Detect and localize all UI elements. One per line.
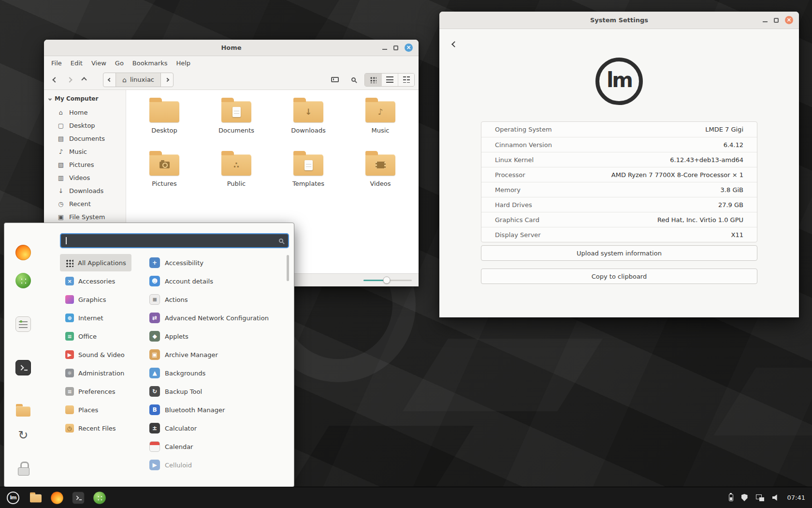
list-view-button[interactable] bbox=[381, 74, 398, 86]
breadcrumb-next-button[interactable] bbox=[161, 73, 173, 87]
folder-documents[interactable]: Documents bbox=[208, 97, 265, 134]
category-all-applications[interactable]: All Applications bbox=[60, 254, 131, 271]
menu-view[interactable]: View bbox=[87, 58, 111, 68]
applets-icon: ◆ bbox=[149, 331, 160, 342]
category-internet[interactable]: ⊕Internet bbox=[60, 309, 109, 327]
titlebar[interactable]: System Settings bbox=[439, 12, 799, 29]
firefox-launcher[interactable] bbox=[49, 490, 65, 506]
close-button[interactable] bbox=[785, 16, 793, 24]
category-accessories[interactable]: ×Accessories bbox=[60, 272, 120, 290]
info-label: Linux Kernel bbox=[495, 156, 534, 164]
menu-file[interactable]: File bbox=[47, 58, 66, 68]
folder-icon: ∴ bbox=[221, 154, 251, 176]
sidebar-item-music[interactable]: ♪Music bbox=[44, 145, 126, 158]
app-advanced-network-configuration[interactable]: ⇄Advanced Network Configuration bbox=[149, 309, 284, 327]
system-settings-icon[interactable] bbox=[15, 316, 31, 332]
sidebar-item-pictures[interactable]: ▧Pictures bbox=[44, 158, 126, 171]
breadcrumb-prev-button[interactable] bbox=[103, 73, 116, 87]
template-emblem bbox=[304, 160, 313, 170]
folder-templates[interactable]: Templates bbox=[280, 150, 337, 187]
sidebar-item-label: Pictures bbox=[69, 161, 94, 168]
menu-go[interactable]: Go bbox=[111, 58, 128, 68]
info-label: Graphics Card bbox=[495, 216, 539, 224]
sidebar-item-desktop[interactable]: ▢Desktop bbox=[44, 119, 126, 132]
upload-system-info-button[interactable]: Upload system information bbox=[481, 245, 757, 261]
up-button[interactable] bbox=[77, 73, 91, 87]
app-archive-manager[interactable]: ▣Archive Manager bbox=[149, 346, 284, 363]
category-administration[interactable]: ☼Administration bbox=[60, 364, 130, 382]
folder-pictures[interactable]: Pictures bbox=[136, 150, 193, 187]
titlebar[interactable]: Home bbox=[44, 40, 419, 56]
toggle-location-entry-button[interactable] bbox=[328, 73, 342, 87]
folder-downloads[interactable]: ↓ Downloads bbox=[280, 97, 337, 134]
sidebar-item-recent[interactable]: ◷Recent bbox=[44, 197, 126, 210]
minimize-button[interactable] bbox=[382, 49, 387, 50]
volume-icon[interactable] bbox=[772, 494, 779, 501]
firefox-icon[interactable] bbox=[15, 245, 31, 260]
sidebar-item-file-system[interactable]: ▣File System bbox=[44, 210, 126, 224]
sidebar-item-downloads[interactable]: ↓Downloads bbox=[44, 184, 126, 197]
back-button[interactable] bbox=[448, 38, 461, 50]
logout-icon[interactable]: ↻ bbox=[15, 427, 31, 443]
menu-bookmarks[interactable]: Bookmarks bbox=[128, 58, 172, 68]
files-launcher[interactable] bbox=[28, 490, 44, 506]
forward-button[interactable] bbox=[62, 73, 77, 87]
app-calculator[interactable]: ±Calculator bbox=[149, 419, 284, 437]
close-button[interactable] bbox=[405, 44, 413, 52]
app-account-details[interactable]: ☻Account details bbox=[149, 272, 284, 290]
folder-label: Videos bbox=[370, 180, 391, 187]
maximize-button[interactable] bbox=[393, 45, 398, 50]
category-sound-video[interactable]: ▶Sound & Video bbox=[60, 346, 130, 363]
info-value: 6.12.43+deb13-amd64 bbox=[670, 156, 743, 164]
software-manager-launcher[interactable] bbox=[92, 490, 107, 506]
copy-to-clipboard-button[interactable]: Copy to clipboard bbox=[481, 269, 757, 284]
app-backgrounds[interactable]: ▲Backgrounds bbox=[149, 364, 284, 382]
category-office[interactable]: ≡Office bbox=[60, 328, 102, 345]
category-places[interactable]: Places bbox=[60, 401, 103, 418]
zoom-slider[interactable] bbox=[363, 280, 412, 281]
share-emblem: ∴ bbox=[221, 154, 251, 176]
folder-public[interactable]: ∴ Public bbox=[208, 150, 265, 187]
app-calendar[interactable]: Calendar bbox=[149, 438, 284, 455]
app-accessibility[interactable]: +Accessibility bbox=[149, 254, 284, 271]
update-shield-icon[interactable] bbox=[741, 494, 748, 501]
sidebar-item-videos[interactable]: ▥Videos bbox=[44, 171, 126, 184]
battery-icon[interactable] bbox=[729, 494, 733, 501]
folder-desktop[interactable]: Desktop bbox=[136, 97, 193, 134]
compact-view-button[interactable] bbox=[398, 74, 414, 86]
network-icon[interactable] bbox=[756, 494, 764, 501]
folder-music[interactable]: ♪ Music bbox=[352, 97, 409, 134]
menu-help[interactable]: Help bbox=[172, 58, 195, 68]
app-celluloid[interactable]: ▶Celluloid bbox=[149, 456, 284, 474]
folder-videos[interactable]: Videos bbox=[352, 150, 409, 187]
maximize-button[interactable] bbox=[774, 18, 779, 23]
app-bluetooth-manager[interactable]: BBluetooth Manager bbox=[149, 401, 284, 418]
zoom-slider-thumb[interactable] bbox=[383, 277, 391, 284]
app-applets[interactable]: ◆Applets bbox=[149, 328, 284, 345]
icon-view-button[interactable] bbox=[365, 74, 381, 86]
sidebar-header[interactable]: My Computer bbox=[44, 93, 126, 106]
category-recent-files[interactable]: ◷Recent Files bbox=[60, 419, 121, 437]
app-backup-tool[interactable]: ↻Backup Tool bbox=[149, 383, 284, 400]
minimize-button[interactable] bbox=[763, 21, 768, 22]
search-icon bbox=[279, 239, 283, 243]
lock-screen-icon[interactable] bbox=[15, 461, 31, 477]
sidebar-item-documents[interactable]: ▤Documents bbox=[44, 132, 126, 145]
menu-edit[interactable]: Edit bbox=[66, 58, 87, 68]
software-manager-icon[interactable] bbox=[15, 273, 31, 288]
category-preferences[interactable]: ≡Preferences bbox=[60, 383, 120, 400]
category-graphics[interactable]: Graphics bbox=[60, 291, 111, 308]
clock[interactable]: 07:41 bbox=[787, 494, 805, 501]
app-actions[interactable]: ≡Actions bbox=[149, 291, 284, 308]
files-icon[interactable] bbox=[15, 403, 31, 418]
search-button[interactable] bbox=[346, 73, 361, 87]
breadcrumb-location[interactable]: ⌂ linuxiac bbox=[116, 73, 161, 87]
scrollbar[interactable] bbox=[287, 255, 289, 281]
sidebar-item-home[interactable]: ⌂Home bbox=[44, 106, 126, 119]
search-input[interactable] bbox=[60, 233, 289, 248]
category-label: Sound & Video bbox=[78, 351, 125, 359]
back-button[interactable] bbox=[48, 73, 62, 87]
terminal-launcher[interactable] bbox=[71, 490, 86, 506]
terminal-icon[interactable] bbox=[15, 360, 31, 375]
menu-button[interactable]: lm bbox=[0, 487, 26, 508]
